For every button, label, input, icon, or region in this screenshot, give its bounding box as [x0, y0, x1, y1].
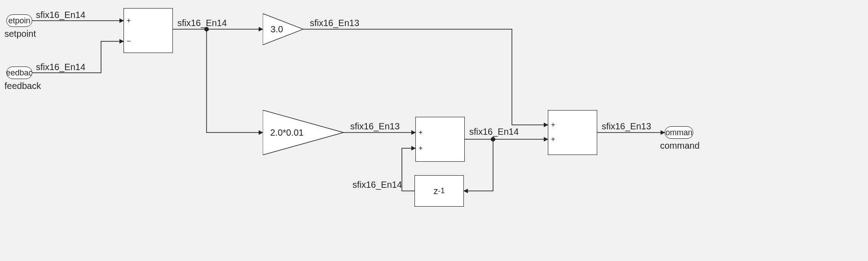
inport-setpoint[interactable]: etpoin — [6, 14, 32, 27]
sum-block-error[interactable]: + − — [123, 8, 173, 53]
signal-label-command: sfix16_En13 — [602, 121, 651, 132]
signal-label-gaini-out: sfix16_En13 — [350, 121, 400, 132]
signal-label-gainp-out: sfix16_En13 — [310, 18, 359, 28]
signal-label-setpoint: sfix16_En14 — [36, 10, 85, 20]
signal-label-feedback: sfix16_En14 — [36, 62, 85, 72]
inport-feedback[interactable]: eedbac — [6, 66, 32, 79]
sum-error-sign1: + — [127, 17, 131, 25]
unit-delay-label: z-1 — [415, 176, 463, 206]
outport-command-text: omman — [665, 128, 692, 137]
sum-out-sign1: + — [551, 121, 555, 129]
sum-block-output[interactable]: + + — [548, 110, 597, 155]
gain-block-p[interactable]: 3.0 — [263, 13, 303, 45]
signal-label-error: sfix16_En14 — [177, 18, 227, 28]
inport-feedback-text: eedbac — [6, 68, 32, 78]
sum-integ-sign2: + — [419, 144, 423, 152]
outport-command[interactable]: omman — [665, 126, 693, 139]
unit-delay-block[interactable]: z-1 — [414, 175, 464, 207]
inport-setpoint-label: setpoint — [4, 29, 36, 39]
sum-error-sign2: − — [127, 37, 131, 45]
sum-out-sign2: + — [551, 135, 555, 143]
inport-setpoint-text: etpoin — [8, 16, 30, 26]
gain-block-i[interactable]: 2.0*0.01 — [263, 110, 344, 155]
gain-p-value: 3.0 — [263, 13, 291, 45]
sum-block-integrator[interactable]: + + — [415, 117, 465, 162]
svg-point-6 — [491, 137, 495, 142]
inport-feedback-label: feedback — [4, 81, 41, 91]
outport-command-label: command — [660, 141, 700, 151]
signal-label-delay: sfix16_En14 — [352, 180, 402, 190]
signal-label-integ-out: sfix16_En14 — [469, 127, 519, 137]
gain-i-value: 2.0*0.01 — [263, 110, 311, 155]
sum-integ-sign1: + — [419, 128, 423, 137]
